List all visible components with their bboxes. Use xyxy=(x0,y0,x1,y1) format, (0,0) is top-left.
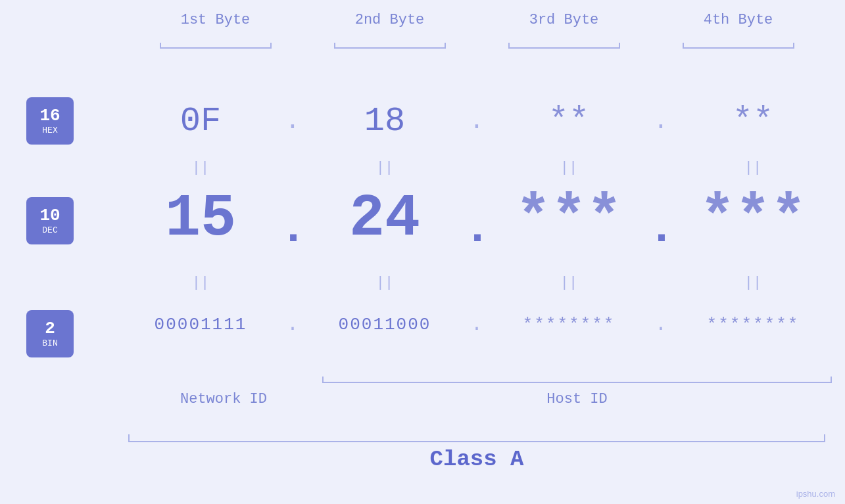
hex-dot3: . xyxy=(648,107,674,135)
bin-dot3: . xyxy=(648,313,674,336)
dec-b3: *** xyxy=(503,189,635,248)
byte4-header: 4th Byte xyxy=(673,12,804,28)
bin-badge-label: BIN xyxy=(42,338,57,348)
sep-hex-dec-4: || xyxy=(687,160,819,176)
byte2-header: 2nd Byte xyxy=(324,12,456,28)
page: 1st Byte 2nd Byte 3rd Byte 4th Byte 16 xyxy=(0,0,845,504)
dec-dot3: . xyxy=(648,183,674,255)
dec-b2: 24 xyxy=(319,189,450,248)
bin-b3: ******** xyxy=(503,315,635,334)
byte2-bracket xyxy=(324,39,456,53)
network-id-bottom-bracket xyxy=(128,371,319,384)
bin-b4: ******** xyxy=(687,315,819,334)
watermark: ipshu.com xyxy=(796,489,835,499)
byte1-header: 1st Byte xyxy=(150,12,281,28)
sep-dec-bin-1: || xyxy=(135,275,266,291)
hex-b4: ** xyxy=(687,102,819,141)
bin-badge: 2 BIN xyxy=(26,310,74,357)
network-id-label: Network ID xyxy=(128,391,319,407)
dec-badge: 10 DEC xyxy=(26,197,74,244)
bin-b1: 00001111 xyxy=(135,315,266,334)
byte1-bracket xyxy=(150,39,281,53)
host-id-bottom-bracket xyxy=(322,371,832,384)
sep-hex-dec-2: || xyxy=(319,160,450,176)
hex-badge-label: HEX xyxy=(42,126,57,135)
sep-hex-dec-1: || xyxy=(135,160,266,176)
class-bracket xyxy=(128,430,825,444)
dec-badge-label: DEC xyxy=(42,225,57,235)
bin-b2: 00011000 xyxy=(319,315,450,334)
sep-dec-bin-3: || xyxy=(503,275,635,291)
sep-dec-bin-4: || xyxy=(687,275,819,291)
sep-dec-bin-2: || xyxy=(319,275,450,291)
byte3-header: 3rd Byte xyxy=(498,12,630,28)
hex-b3: ** xyxy=(503,102,635,141)
dec-badge-number: 10 xyxy=(39,206,60,225)
dec-b4: *** xyxy=(687,189,819,248)
hex-b1: 0F xyxy=(135,102,266,141)
byte3-bracket xyxy=(498,39,630,53)
hex-badge: 16 HEX xyxy=(26,97,74,145)
bin-dot2: . xyxy=(464,313,490,336)
sep-hex-dec-3: || xyxy=(503,160,635,176)
bin-badge-number: 2 xyxy=(45,319,55,338)
bin-dot1: . xyxy=(279,313,306,336)
hex-badge-number: 16 xyxy=(39,106,60,126)
dec-dot1: . xyxy=(279,183,306,255)
host-id-label: Host ID xyxy=(322,391,832,407)
dec-dot2: . xyxy=(464,183,490,255)
hex-dot1: . xyxy=(279,107,306,135)
byte4-bracket xyxy=(673,39,804,53)
hex-b2: 18 xyxy=(319,102,450,141)
class-label: Class A xyxy=(128,447,825,472)
hex-dot2: . xyxy=(464,107,490,135)
dec-b1: 15 xyxy=(135,189,266,248)
